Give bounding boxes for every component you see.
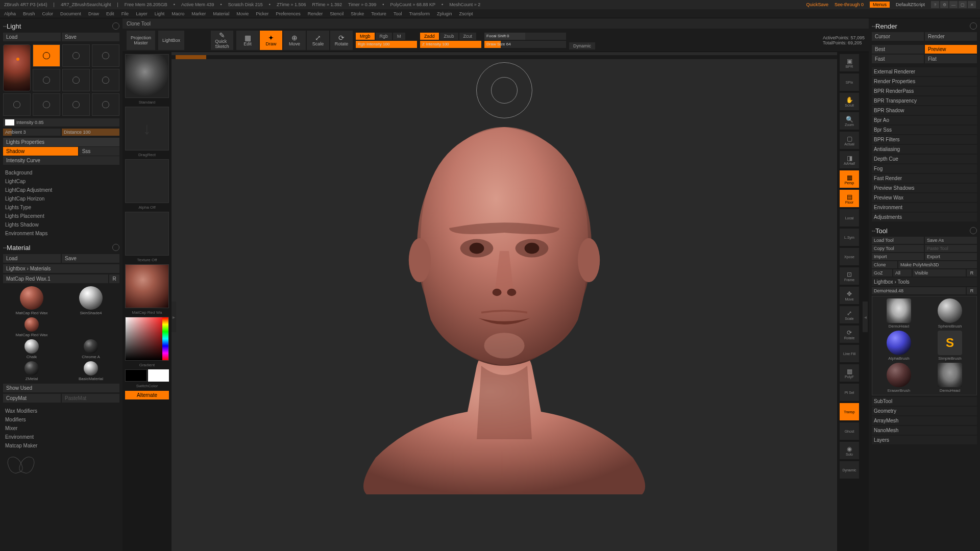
brush-selector[interactable] bbox=[125, 54, 169, 98]
material-item-environment[interactable]: Environment bbox=[3, 433, 119, 441]
stroke-selector[interactable]: ↓ bbox=[125, 107, 169, 151]
help-icon[interactable]: ? bbox=[931, 1, 939, 8]
menu-marker[interactable]: Marker bbox=[191, 11, 206, 16]
light-item-lights-type[interactable]: Lights Type bbox=[3, 203, 119, 212]
light-slot-2[interactable] bbox=[62, 44, 90, 67]
rotate-mode-button[interactable]: ⟳Rotate bbox=[330, 31, 353, 50]
menu-zplugin[interactable]: Zplugin bbox=[437, 11, 452, 16]
lightbox-button[interactable]: LightBox bbox=[158, 31, 184, 50]
light-item-env-maps[interactable]: Environment Maps bbox=[3, 229, 119, 238]
render-item-preview-shadows[interactable]: Preview Shadows bbox=[872, 184, 977, 192]
menu-stroke[interactable]: Stroke bbox=[351, 11, 364, 16]
light-slot-9[interactable] bbox=[62, 93, 90, 116]
preview-button[interactable]: Preview bbox=[925, 45, 977, 54]
tool-thumb-eraserbrush[interactable]: EraserBrush bbox=[874, 363, 923, 393]
render-item-filters[interactable]: BPR Filters bbox=[872, 135, 977, 144]
switchcolor-button[interactable]: SwitchColor bbox=[136, 384, 158, 388]
seethrough-slider[interactable]: See-through 0 bbox=[835, 2, 864, 7]
copymat-button[interactable]: CopyMat bbox=[3, 394, 61, 403]
focal-shift-slider[interactable]: Focal Shift 0 bbox=[484, 33, 566, 40]
aahalf-button[interactable]: ◨AAHalf bbox=[840, 151, 859, 168]
menu-color[interactable]: Color bbox=[42, 11, 54, 16]
show-used-button[interactable]: Show Used bbox=[3, 384, 119, 392]
material-selector[interactable] bbox=[125, 264, 169, 308]
ghost-button[interactable]: Ghost bbox=[840, 422, 859, 440]
texture-selector[interactable] bbox=[125, 212, 169, 256]
import-button[interactable]: Import bbox=[872, 253, 924, 260]
light-slot-10[interactable] bbox=[92, 93, 119, 116]
material-thumb-1[interactable]: SkinShade4 bbox=[62, 286, 119, 315]
settings-icon[interactable]: ⚙ bbox=[940, 1, 948, 8]
m-toggle[interactable]: M bbox=[393, 33, 405, 40]
polyf-button[interactable]: ▦PolyF bbox=[840, 364, 859, 382]
zcut-toggle[interactable]: Zcut bbox=[459, 33, 477, 40]
light-item-lightcap-adj[interactable]: LightCap Adjustment bbox=[3, 186, 119, 194]
quicksketch-button[interactable]: ✎Quick Sketch bbox=[211, 31, 233, 50]
alternate-button[interactable]: Alternate bbox=[125, 391, 169, 399]
render-item-external[interactable]: External Renderer bbox=[872, 67, 977, 76]
quicksave-button[interactable]: QuickSave bbox=[806, 2, 828, 7]
refresh-icon[interactable] bbox=[970, 227, 977, 234]
light-palette-header[interactable]: ◦◦ Light bbox=[3, 20, 119, 32]
tool-thumb-alphabrush[interactable]: AlphaBrush bbox=[874, 331, 923, 361]
xpose-button[interactable]: Xpose bbox=[840, 248, 859, 265]
material-thumb-4[interactable]: Chrome A bbox=[62, 339, 119, 359]
mesh-r-button[interactable]: R bbox=[967, 287, 977, 294]
frame-button[interactable]: ⊡Frame bbox=[840, 267, 859, 285]
light-slot-4[interactable] bbox=[33, 69, 60, 91]
menu-picker[interactable]: Picker bbox=[256, 11, 268, 16]
render-item-transparency[interactable]: BPR Transparency bbox=[872, 96, 977, 105]
menus-toggle[interactable]: Menus bbox=[870, 2, 890, 8]
render-item-environment[interactable]: Environment bbox=[872, 203, 977, 212]
light-item-background[interactable]: Background bbox=[3, 168, 119, 177]
sss-toggle[interactable]: Sss bbox=[79, 147, 119, 156]
lightbox-materials-button[interactable]: Lightbox › Materials bbox=[3, 264, 119, 273]
solo-button[interactable]: ◉Solo bbox=[840, 442, 859, 459]
color-picker[interactable] bbox=[125, 317, 169, 361]
material-thumb-6[interactable]: BasicMaterial bbox=[62, 361, 119, 381]
material-thumb-3[interactable]: Chalk bbox=[3, 339, 60, 359]
menu-zscript[interactable]: Zscript bbox=[459, 11, 473, 16]
menu-macro[interactable]: Macro bbox=[172, 11, 184, 16]
material-save-button[interactable]: Save bbox=[62, 254, 119, 263]
move-mode-button[interactable]: ⊕Move bbox=[283, 31, 306, 50]
menu-document[interactable]: Document bbox=[60, 11, 81, 16]
draw-mode-button[interactable]: ✦Draw bbox=[260, 31, 282, 50]
save-as-button[interactable]: Save As bbox=[925, 237, 977, 244]
edit-mode-button[interactable]: ▦Edit bbox=[236, 31, 259, 50]
lsym-button[interactable]: L.Sym bbox=[840, 229, 859, 246]
light-item-lights-shadow[interactable]: Lights Shadow bbox=[3, 220, 119, 229]
light-save-button[interactable]: Save bbox=[62, 33, 119, 41]
material-name-field[interactable]: MatCap Red Wax.1 bbox=[3, 274, 108, 283]
dynamic-nav-button[interactable]: Dynamic bbox=[840, 461, 859, 479]
menu-light[interactable]: Light bbox=[155, 11, 165, 16]
material-item-matcap-maker[interactable]: Matcap Maker bbox=[3, 441, 119, 450]
rgb-toggle[interactable]: Rgb bbox=[376, 33, 393, 40]
render-item-shadow[interactable]: BPR Shadow bbox=[872, 106, 977, 115]
light-intensity-slider[interactable]: Intensity 0.85 bbox=[3, 118, 119, 127]
spix-button[interactable]: SPix bbox=[840, 73, 859, 91]
light-slot-1[interactable] bbox=[33, 44, 60, 67]
light-item-lights-placement[interactable]: Lights Placement bbox=[3, 212, 119, 220]
light-item-lightcap-horizon[interactable]: LightCap Horizon bbox=[3, 194, 119, 203]
dynamic-toggle[interactable]: Dynamic bbox=[569, 42, 595, 49]
light-item-lightcap[interactable]: LightCap bbox=[3, 177, 119, 186]
close-icon[interactable]: ✕ bbox=[968, 1, 976, 8]
mesh-name-field[interactable]: DemoHead.48 bbox=[872, 287, 966, 294]
rgb-intensity-slider[interactable]: Rgb Intensity 100 bbox=[356, 41, 417, 48]
export-button[interactable]: Export bbox=[925, 253, 977, 260]
move-button[interactable]: ✥Move bbox=[840, 287, 859, 304]
render-item-adjustments[interactable]: Adjustments bbox=[872, 213, 977, 221]
render-item-fastrender[interactable]: Fast Render bbox=[872, 174, 977, 183]
menu-edit[interactable]: Edit bbox=[106, 11, 114, 16]
light-load-button[interactable]: Load bbox=[3, 33, 61, 41]
tool-item-layers[interactable]: Layers bbox=[872, 436, 977, 444]
menu-render[interactable]: Render bbox=[308, 11, 323, 16]
scale-button[interactable]: ⤢Scale bbox=[840, 306, 859, 323]
light-slot-5[interactable] bbox=[62, 69, 90, 91]
render-item-renderpass[interactable]: BPR RenderPass bbox=[872, 87, 977, 95]
tool-item-nanomesh[interactable]: NanoMesh bbox=[872, 426, 977, 435]
menu-texture[interactable]: Texture bbox=[371, 11, 386, 16]
goz-all-button[interactable]: All bbox=[893, 269, 912, 277]
render-item-preview-wax[interactable]: Preview Wax bbox=[872, 193, 977, 202]
